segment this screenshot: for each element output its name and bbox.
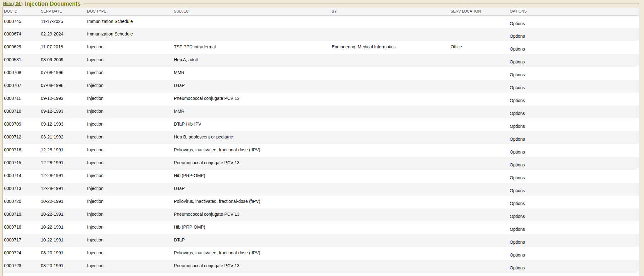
cell-doc-id: 0000724 [3,247,40,260]
options-button[interactable]: Options [510,227,525,232]
cell-doc-type: Injection [86,260,173,273]
cell-by [330,54,449,67]
cell-doc-type: Immunization Schedule [86,15,173,28]
sort-doc-id-link[interactable]: DOC ID [4,9,17,14]
options-button[interactable]: Options [510,46,525,51]
cell-doc-id: 0000708 [3,67,40,80]
cell-serv-date: 08-20-1991 [40,247,86,260]
options-button[interactable]: Options [510,98,525,103]
cell-doc-id: 0000745 [3,15,40,28]
cell-by [330,221,449,234]
options-button[interactable]: Options [510,34,525,39]
table-row-partial [3,273,639,276]
cell-doc-type: Injection [86,196,173,208]
options-button[interactable]: Options [510,59,525,64]
cell-by [330,157,449,170]
panel-title: Injection Documents [25,1,80,7]
cell-doc-id: 0000720 [3,196,40,208]
options-button[interactable]: Options [510,162,525,167]
options-button[interactable]: Options [510,201,525,206]
cell-doc-type: Injection [86,157,173,170]
sort-doc-type-link[interactable]: DOC TYPE [87,9,106,14]
table-row: 000058108-09-2009InjectionHep A, adultOp… [3,54,639,67]
cell-serv-date: 10-22-1991 [40,221,86,234]
cell-doc-id: 0000723 [3,260,40,273]
cell-by: Engineering, Medical Informatics [330,41,449,54]
cell-doc-type: Injection [86,170,173,183]
cell-by [330,80,449,93]
cell-subject: Hep B, adolescent or pediatric [173,131,330,144]
sort-by-link[interactable]: BY [332,9,337,14]
options-button[interactable]: Options [510,265,525,270]
cell-doc-type: Injection [86,144,173,157]
options-button[interactable]: Options [510,240,525,245]
injection-documents-panel: Hide ( 24 )Injection Documents DOC ID SE… [3,3,639,276]
sort-options-link[interactable]: OPTIONS [510,9,527,14]
cell-options: Options [508,234,639,247]
table-row: 000071203-21-1992InjectionHep B, adolesc… [3,131,639,144]
table-row: 000071412-28-1991InjectionHib (PRP-OMP)O… [3,170,639,183]
hide-toggle-link[interactable]: Hide ( 24 ) [3,1,23,6]
cell-doc-type: Injection [86,118,173,131]
table-row: 000071312-28-1991InjectionDTaPOptions [3,183,639,196]
cell-doc-id: 0000674 [3,28,40,41]
options-button[interactable]: Options [510,72,525,77]
cell-by [330,15,449,28]
options-button[interactable]: Options [510,21,525,26]
table-row: 000062911-07-2018InjectionTST-PPD intrad… [3,41,639,54]
cell-options: Options [508,170,639,183]
options-button[interactable]: Options [510,252,525,257]
cell-doc-id: 0000713 [3,183,40,196]
options-button[interactable]: Options [510,85,525,90]
cell-subject: TST-PPD intradermal [173,41,330,54]
column-header-serv-location: SERV LOCATION [449,8,508,15]
panel-legend: Hide ( 24 )Injection Documents [3,0,84,7]
cell-options: Options [508,15,639,28]
cell-options: Options [508,118,639,131]
cell-subject: MMR [173,106,330,118]
options-button[interactable]: Options [510,188,525,193]
cell-serv-date: 08-09-2009 [40,54,86,67]
sort-subject-link[interactable]: SUBJECT [174,9,191,14]
cell-serv-location [449,80,508,93]
cell-serv-date: 09-12-1993 [40,93,86,106]
table-row: 000067402-29-2024Immunization ScheduleOp… [3,28,639,41]
table-row: 000071512-28-1991InjectionPneumococcal c… [3,157,639,170]
options-button[interactable]: Options [510,175,525,180]
cell-by [330,247,449,260]
cell-subject: Poliovirus, inactivated, fractional-dose… [173,196,330,208]
options-button[interactable]: Options [510,111,525,116]
cell-serv-location [449,260,508,273]
options-button[interactable]: Options [510,124,525,129]
options-button[interactable]: Options [510,137,525,142]
cell-serv-location [449,208,508,221]
cell-serv-location: Office [449,41,508,54]
cell-doc-id: 0000715 [3,157,40,170]
sort-serv-location-link[interactable]: SERV LOCATION [451,9,481,14]
cell-doc-id: 0000707 [3,80,40,93]
cell-by [330,106,449,118]
cell-serv-date: 10-22-1991 [40,208,86,221]
cell-options: Options [508,67,639,80]
cell-serv-date: 02-29-2024 [40,28,86,41]
table-row: 000071612-28-1991InjectionPoliovirus, in… [3,144,639,157]
options-button[interactable]: Options [510,149,525,154]
cell-serv-date: 11-07-2018 [40,41,86,54]
cell-subject: Poliovirus, inactivated, fractional-dose… [173,247,330,260]
cell-doc-id: 0000712 [3,131,40,144]
table-row: 000070909-12-1993InjectionDTaP-Hib-IPVOp… [3,118,639,131]
table-header-row: DOC ID SERV DATE DOC TYPE SUBJECT BY SER… [3,8,639,15]
doc-table-body: 000074511-17-2025Immunization ScheduleOp… [3,15,639,276]
cell-subject: DTaP-Hib-IPV [173,118,330,131]
cell-by [330,28,449,41]
cell-serv-location [449,131,508,144]
options-button[interactable]: Options [510,214,525,219]
table-row: 000074511-17-2025Immunization ScheduleOp… [3,15,639,28]
cell-by [330,260,449,273]
table-row: 000072308-20-1991InjectionPneumococcal c… [3,260,639,273]
cell-serv-date: 12-28-1991 [40,170,86,183]
cell-doc-id: 0000711 [3,93,40,106]
cell-serv-date: 09-12-1993 [40,118,86,131]
cell-serv-location [449,106,508,118]
sort-serv-date-link[interactable]: SERV DATE [41,9,62,14]
